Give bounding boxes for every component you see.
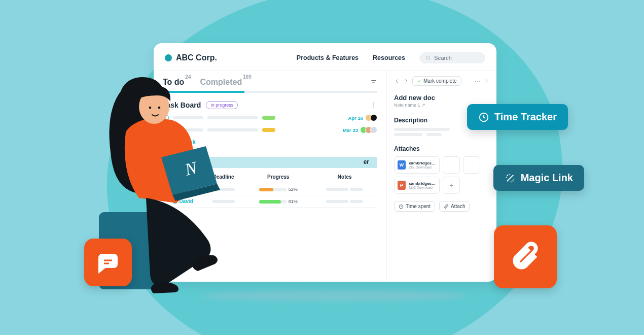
magic-wand-icon <box>505 173 516 184</box>
avatar <box>370 114 377 121</box>
chat-icon <box>96 250 120 275</box>
attach-button[interactable]: Attach <box>439 201 470 212</box>
add-attachment-button[interactable]: + <box>443 177 460 194</box>
col-progress: Progress <box>244 171 312 183</box>
brand-dot-icon <box>165 54 172 61</box>
search-input[interactable]: Search <box>419 52 485 63</box>
search-placeholder: Search <box>434 55 452 61</box>
paperclip-icon <box>444 204 449 209</box>
mark-complete-button[interactable]: Mark complete <box>412 76 461 86</box>
svg-point-7 <box>158 107 161 109</box>
detail-title: Add new doc <box>394 94 489 102</box>
attachment-tile[interactable] <box>494 225 557 288</box>
svg-point-6 <box>149 107 152 109</box>
progress-bar <box>259 188 287 191</box>
plus-icon: + <box>449 181 453 189</box>
attachment-placeholder[interactable] <box>443 156 460 174</box>
magic-link-chip[interactable]: Magic Link <box>493 165 584 191</box>
word-file-icon: W <box>398 160 406 170</box>
topbar: ABC Corp. Products & Features Resources … <box>154 43 496 71</box>
avatar <box>370 126 377 133</box>
chat-tile[interactable] <box>84 239 132 286</box>
close-icon[interactable] <box>484 78 489 84</box>
nav-resources[interactable]: Resources <box>373 54 405 61</box>
detail-pane: Mark complete ⋯ Add new doc Note name 1 … <box>387 71 496 282</box>
more-icon[interactable]: ⋯ <box>475 78 481 85</box>
section-menu-icon[interactable]: ⋮ <box>370 103 377 107</box>
clock-icon <box>399 204 404 209</box>
progress-bar <box>259 200 287 204</box>
col-notes: Notes <box>312 171 377 183</box>
brand-name: ABC Corp. <box>176 53 217 62</box>
task-avatars <box>362 126 377 133</box>
paperclip-icon <box>510 241 541 273</box>
filter-icon[interactable] <box>370 79 377 86</box>
task-avatars <box>367 114 377 121</box>
brand: ABC Corp. <box>165 53 217 62</box>
task-date: Apr 16 <box>348 115 363 121</box>
chevron-left-icon[interactable] <box>394 78 400 84</box>
chevron-right-icon[interactable] <box>403 78 409 84</box>
clock-icon <box>478 112 489 123</box>
attaches-label: Attaches <box>394 145 489 152</box>
attachment[interactable]: P cambridgeshi… Mp3 Download <box>394 177 440 194</box>
time-tracker-chip[interactable]: Time Tracker <box>467 104 568 130</box>
task-date: Mar 23 <box>343 127 358 133</box>
search-icon <box>425 55 431 61</box>
time-spent-button[interactable]: Time spent <box>394 201 435 212</box>
ppt-file-icon: P <box>398 181 406 190</box>
nav-products[interactable]: Products & Features <box>297 54 359 61</box>
svg-point-0 <box>426 56 429 59</box>
attachment-placeholder[interactable] <box>463 156 480 174</box>
check-icon <box>417 79 421 83</box>
attachment[interactable]: W cambridgeshi… Zip, Download <box>394 156 440 174</box>
